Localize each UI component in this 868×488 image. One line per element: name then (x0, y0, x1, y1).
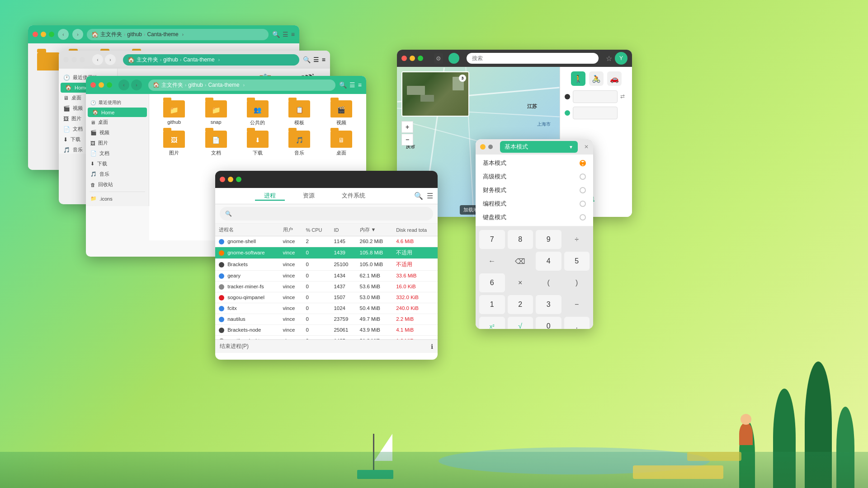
btn-left-arrow[interactable]: ← (479, 252, 505, 271)
table-row[interactable]: geary vince 0 1434 62.1 MiB 33.6 MiB (215, 270, 438, 281)
col-user[interactable]: 用户 (279, 224, 302, 236)
breadcrumb-github-2[interactable]: github (163, 56, 178, 63)
btn-0[interactable]: 0 (536, 317, 561, 329)
minimize-btn-3[interactable] (99, 82, 104, 88)
sysmon-maximize-btn[interactable] (236, 177, 241, 182)
sidebar-pics-3[interactable]: 🖼图片 (86, 138, 149, 148)
btn-4[interactable]: 4 (536, 252, 561, 271)
btn-open-paren[interactable]: ( (536, 273, 561, 292)
maximize-btn-3[interactable] (107, 82, 112, 88)
sidebar-recent-3[interactable]: 🕐最近使用的 (86, 98, 149, 108)
map-minimize-btn[interactable] (410, 56, 415, 61)
tab-process[interactable]: 进程 (255, 192, 285, 201)
sysmon-close-btn[interactable] (220, 177, 225, 182)
sidebar-trash-3[interactable]: 🗑回收站 (86, 179, 149, 190)
breadcrumb-home-3[interactable]: 主文件夹 (161, 81, 183, 89)
btn-div[interactable]: ÷ (564, 230, 590, 249)
btn-7[interactable]: 7 (479, 230, 505, 249)
calc-keyboard-mode[interactable]: 键盘模式 (476, 211, 593, 224)
close-btn-2[interactable] (63, 57, 69, 62)
table-row[interactable]: tracker-miner-fs vince 0 1437 53.6 MiB 1… (215, 281, 438, 292)
breadcrumb-github-1[interactable]: github (127, 31, 142, 38)
breadcrumb-home-1[interactable]: 主文件夹 (100, 31, 122, 38)
folder-video-3[interactable]: 🎬 视频 (323, 100, 360, 126)
table-row[interactable]: gnome-software vince 0 1439 105.8 MiB 不适… (215, 247, 438, 258)
table-row[interactable]: nautilus vince 0 23759 49.7 MiB 2.2 MiB (215, 314, 438, 324)
list-view-icon-1[interactable]: ☰ (283, 31, 288, 38)
back-btn-1[interactable]: ‹ (58, 29, 69, 40)
search-icon-1[interactable]: 🔍 (272, 31, 280, 38)
back-btn-3[interactable]: ‹ (118, 80, 129, 90)
map-close-btn[interactable] (401, 56, 407, 61)
btn-5[interactable]: 5 (564, 252, 590, 271)
calc-advanced-mode[interactable]: 高级模式 (476, 170, 593, 183)
route-from-input[interactable] (573, 90, 618, 103)
sidebar-home-3[interactable]: 🏠Home (88, 108, 147, 117)
maximize-btn-2[interactable] (80, 57, 85, 62)
folder-github-3[interactable]: 📁 github (156, 100, 193, 126)
table-row[interactable]: Brackets-node vince 0 25061 43.9 MiB 4.1… (215, 324, 438, 335)
forward-btn-3[interactable]: › (131, 80, 142, 90)
minimize-btn-2[interactable] (71, 57, 77, 62)
tab-resources[interactable]: 资源 (294, 192, 324, 201)
back-btn-2[interactable]: ‹ (92, 54, 103, 65)
sidebar-dl-3[interactable]: ⬇下载 (86, 159, 149, 169)
car-mode-btn[interactable]: 🚗 (607, 71, 622, 86)
btn-8[interactable]: 8 (508, 230, 533, 249)
btn-6[interactable]: 6 (479, 273, 505, 292)
folder-dl-3[interactable]: ⬇ 下载 (239, 131, 276, 156)
table-row[interactable]: fcitx vince 0 1024 50.4 MiB 240.0 KiB (215, 303, 438, 314)
search-icon-3[interactable]: 🔍 (339, 81, 347, 89)
calculator-window[interactable]: 基本模式 ▼ ✕ 基本模式 高级模式 财务模式 编程模式 键盘模式 (476, 139, 593, 329)
search-icon-2[interactable]: 🔍 (303, 56, 311, 63)
folder-snap-3[interactable]: 📁 snap (197, 100, 234, 126)
folder-pics-3[interactable]: 🖼 图片 (156, 131, 193, 156)
btn-close-paren[interactable]: ) (564, 273, 590, 292)
folder-public-3[interactable]: 👥 公共的 (239, 100, 276, 126)
sidebar-music-3[interactable]: 🎵音乐 (86, 169, 149, 179)
btn-1[interactable]: 1 (479, 295, 505, 314)
process-search-input[interactable] (235, 209, 428, 219)
close-btn-3[interactable] (90, 82, 96, 88)
folder-music-3[interactable]: 🎵 音乐 (281, 131, 318, 156)
swap-route-btn[interactable]: ⇄ (620, 93, 627, 100)
breadcrumb-github-3[interactable]: github (188, 82, 203, 88)
calc-prog-mode[interactable]: 编程模式 (476, 197, 593, 211)
table-row[interactable]: gnome-shell vince 2 1145 260.2 MiB 4.6 M… (215, 236, 438, 247)
folder-desktop-3[interactable]: 🖥 桌面 (323, 131, 360, 156)
sysmon-info-icon[interactable]: ℹ (431, 343, 433, 350)
maximize-btn-1[interactable] (49, 32, 54, 37)
btn-3[interactable]: 3 (536, 295, 561, 314)
folder-docs-3[interactable]: 📄 文档 (197, 131, 234, 156)
menu-icon-1[interactable]: ≡ (291, 31, 295, 38)
zoom-in-btn[interactable]: + (401, 121, 413, 133)
table-row[interactable]: Brackets vince 0 25100 105.0 MiB 不适用 (215, 258, 438, 270)
forward-btn-1[interactable]: › (72, 29, 83, 40)
table-row[interactable]: sogou-qimpanel vince 0 1507 53.0 MiB 332… (215, 292, 438, 303)
zoom-out-btn[interactable]: − (401, 134, 413, 145)
breadcrumb-home-2[interactable]: 主文件夹 (137, 56, 158, 64)
breadcrumb-canta-1[interactable]: Canta-theme (147, 31, 178, 38)
breadcrumb-canta-2[interactable]: Canta-theme (183, 56, 214, 63)
menu-icon-3[interactable]: ≡ (358, 81, 362, 89)
sidebar-icons-3[interactable]: 📁.icons (86, 194, 149, 203)
btn-square[interactable]: x² (479, 317, 505, 329)
col-disk[interactable]: Disk read tota (392, 224, 438, 236)
bike-mode-btn[interactable]: 🚴 (589, 71, 604, 86)
calc-mode-dropdown[interactable]: 基本模式 ▼ (500, 141, 578, 153)
walk-mode-btn[interactable]: 🚶 (571, 71, 585, 86)
system-monitor-window[interactable]: 进程 资源 文件系统 🔍 ☰ 🔍 进程名 (215, 171, 438, 360)
list-icon-3[interactable]: ☰ (349, 81, 355, 89)
col-process-name[interactable]: 进程名 (215, 224, 279, 236)
end-process-btn[interactable]: 结束进程(P) (220, 343, 249, 350)
sidebar-docs-3[interactable]: 📄文档 (86, 148, 149, 159)
map-maximize-btn[interactable] (418, 56, 423, 61)
map-search-input[interactable] (467, 53, 599, 64)
sidebar-themes-3[interactable]: 📁applications (86, 203, 149, 206)
calc-basic-mode[interactable]: 基本模式 (476, 156, 593, 170)
map-star-icon[interactable]: ☆ (606, 54, 612, 63)
settings-icon[interactable]: ⚙ (436, 55, 441, 62)
btn-dot[interactable]: . (564, 317, 590, 329)
calc-tl-yellow[interactable] (480, 144, 486, 150)
btn-sub[interactable]: − (564, 295, 590, 314)
